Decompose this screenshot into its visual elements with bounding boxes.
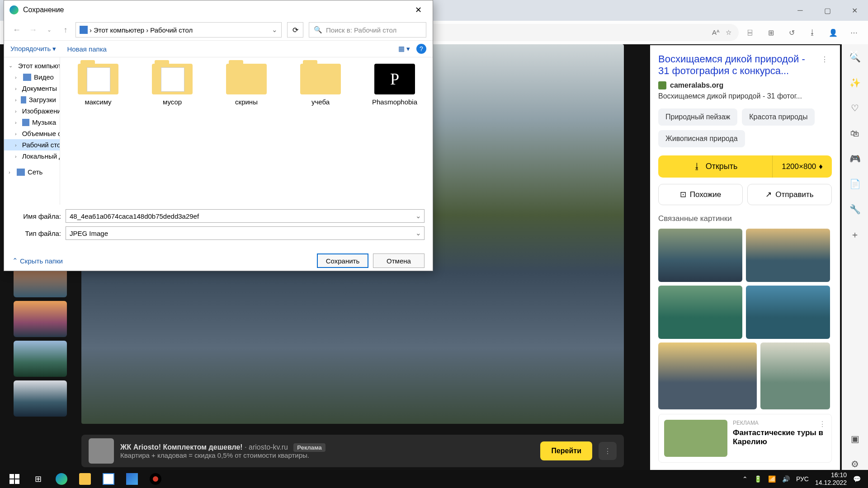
games-icon[interactable]: 🎮 xyxy=(849,153,861,164)
search-icon: 🔍 xyxy=(314,26,322,34)
organize-menu[interactable]: Упорядочить ▾ xyxy=(10,45,56,53)
taskbar-mail[interactable] xyxy=(120,470,144,488)
open-button[interactable]: ⭳ Открыть xyxy=(658,155,772,178)
tree-item[interactable]: ›Загрузки xyxy=(4,94,60,105)
folder-item[interactable]: скрины xyxy=(215,64,278,106)
close-panel-button[interactable]: ✕ xyxy=(849,47,859,62)
tag-chip[interactable]: Живописная природа xyxy=(658,130,745,147)
related-thumb[interactable] xyxy=(760,343,830,409)
filetype-select[interactable]: JPEG Image⌄ xyxy=(66,226,425,240)
sound-icon[interactable]: 🔊 xyxy=(782,475,790,483)
collapse-icon[interactable]: ▣ xyxy=(849,433,861,445)
discover-icon[interactable]: ✨ xyxy=(849,77,861,89)
chevron-down-icon[interactable]: ⌄ xyxy=(272,26,278,34)
office-icon[interactable]: 📄 xyxy=(849,178,861,190)
task-view-button[interactable]: ⊞ xyxy=(26,470,50,488)
hide-folders-toggle[interactable]: ⌃ Скрыть папки xyxy=(12,257,63,265)
help-button[interactable]: ? xyxy=(416,44,426,54)
taskbar-store[interactable] xyxy=(97,470,120,488)
wifi-icon[interactable]: 📶 xyxy=(768,475,776,483)
close-button[interactable]: ✕ xyxy=(409,1,427,19)
tree-item[interactable]: ›Музыка xyxy=(4,117,60,128)
new-folder-button[interactable]: Новая папка xyxy=(67,45,106,53)
tree-item-desktop[interactable]: ›Рабочий стол xyxy=(4,139,60,150)
recent-icon[interactable]: ⌄ xyxy=(43,23,56,36)
tray-expand-icon[interactable]: ⌃ xyxy=(742,475,748,483)
image-title[interactable]: Восхищаемся дикой природой - 31 фотограф… xyxy=(658,53,817,77)
language-indicator[interactable]: РУС xyxy=(796,475,809,483)
thumbnail[interactable] xyxy=(14,301,67,337)
related-thumb[interactable] xyxy=(658,286,742,339)
battery-icon[interactable]: 🔋 xyxy=(754,475,762,483)
folder-item[interactable]: мусор xyxy=(141,64,204,106)
tree-item-computer[interactable]: ⌄Этот компьютер xyxy=(4,60,60,71)
refresh-button[interactable]: ⟳ xyxy=(287,22,303,38)
source-link[interactable]: cameralabs.org xyxy=(658,81,832,89)
share-button[interactable]: ↗ Отправить xyxy=(747,184,832,205)
filename-input[interactable]: 48_4ea61a0674caca148d0b75dedd3a29ef⌄ xyxy=(66,209,425,223)
tag-chip[interactable]: Красота природы xyxy=(742,108,815,126)
thumbnail[interactable] xyxy=(14,341,67,377)
ad-menu-button[interactable]: ⋮ xyxy=(599,442,617,460)
up-button[interactable]: ↑ xyxy=(59,23,72,36)
filename-label: Имя файла: xyxy=(12,212,66,220)
shopping-icon[interactable]: 🛍 xyxy=(849,127,861,139)
clock[interactable]: 16:10 14.12.2022 xyxy=(815,471,847,487)
minimize-button[interactable]: ─ xyxy=(787,0,814,21)
thumbnail[interactable] xyxy=(14,380,67,417)
chevron-down-icon[interactable]: ⌄ xyxy=(415,229,421,237)
ad-menu-icon[interactable]: ⋮ xyxy=(819,420,826,428)
save-button[interactable]: Сохранить xyxy=(317,253,368,268)
chevron-down-icon[interactable]: ⌄ xyxy=(415,212,421,220)
tree-item[interactable]: ›Локальный дис xyxy=(4,150,60,162)
read-aloud-icon[interactable]: Aᴬ xyxy=(712,28,719,37)
next-arrow-button[interactable]: › xyxy=(651,234,669,252)
ad-badge: Реклама xyxy=(293,443,325,452)
tree-item-network[interactable]: ›Сеть xyxy=(4,166,60,178)
view-mode-button[interactable]: ▦ ▾ xyxy=(398,45,410,53)
close-button[interactable]: ✕ xyxy=(841,0,868,21)
related-ad-card[interactable]: РЕКЛАМА ⋮ Фантастические туры в Карелию xyxy=(658,414,832,463)
add-icon[interactable]: ＋ xyxy=(849,229,861,240)
favorites-icon[interactable]: ♡ xyxy=(849,102,861,114)
taskbar-explorer[interactable] xyxy=(73,470,97,488)
favorites-button[interactable]: ⌸ xyxy=(741,23,760,42)
panel-menu-icon[interactable]: ⋮ xyxy=(817,53,832,66)
tree-item[interactable]: ›Объемные объ xyxy=(4,128,60,139)
collections-button[interactable]: ⊞ xyxy=(761,23,780,42)
related-thumb[interactable] xyxy=(746,286,830,339)
taskbar-recorder[interactable] xyxy=(144,470,167,488)
tree-item[interactable]: ›Видео xyxy=(4,71,60,83)
search-input[interactable]: 🔍 Поиск в: Рабочий стол xyxy=(309,22,426,38)
source-favicon xyxy=(658,81,666,89)
ad-image xyxy=(89,438,114,464)
tree-item[interactable]: ›Документы xyxy=(4,83,60,94)
start-button[interactable] xyxy=(3,470,26,488)
related-thumb[interactable] xyxy=(658,343,757,409)
ad-subtext: Квартира + кладовая = скидка 0,5% от сто… xyxy=(120,451,534,459)
related-thumb[interactable] xyxy=(746,229,830,282)
downloads-button[interactable]: ⭳ xyxy=(803,23,822,42)
size-selector[interactable]: 1200×800 ♦ xyxy=(772,155,832,178)
breadcrumb-bar[interactable]: › Этот компьютер › Рабочий стол ⌄ xyxy=(75,22,282,38)
ad-cta-button[interactable]: Перейти xyxy=(540,441,592,460)
settings-icon[interactable]: ⚙ xyxy=(849,458,861,470)
folder-item[interactable]: максиму xyxy=(66,64,130,106)
notifications-icon[interactable]: 💬 xyxy=(853,475,861,483)
related-thumb[interactable] xyxy=(658,229,742,282)
cancel-button[interactable]: Отмена xyxy=(373,253,425,268)
tag-chip[interactable]: Природный пейзаж xyxy=(658,108,737,126)
profile-button[interactable]: 👤 xyxy=(824,23,843,42)
tree-item[interactable]: ›Изображения xyxy=(4,105,60,117)
favorite-icon[interactable]: ☆ xyxy=(726,28,731,37)
menu-button[interactable]: ⋯ xyxy=(844,23,863,42)
similar-button[interactable]: ⊡ Похожие xyxy=(658,184,743,205)
forward-button[interactable]: → xyxy=(27,23,39,36)
folder-item[interactable]: Phasmophobia xyxy=(363,64,426,106)
maximize-button[interactable]: ▢ xyxy=(814,0,841,21)
back-button[interactable]: ← xyxy=(10,23,23,36)
history-button[interactable]: ↺ xyxy=(782,23,801,42)
folder-item[interactable]: учеба xyxy=(289,64,352,106)
taskbar-edge[interactable] xyxy=(50,470,73,488)
tools-icon[interactable]: 🔧 xyxy=(849,203,861,215)
